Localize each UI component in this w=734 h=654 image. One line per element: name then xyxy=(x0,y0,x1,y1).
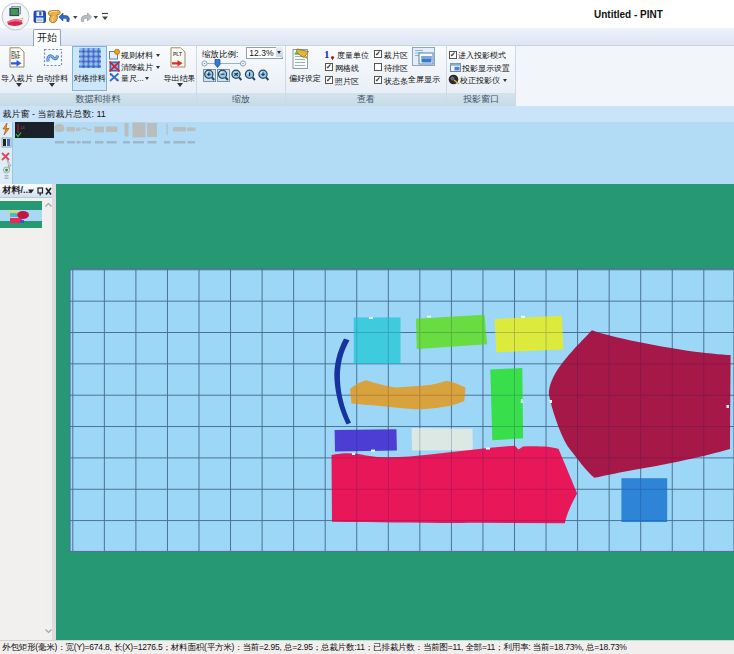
svg-text:1: 1 xyxy=(324,48,330,60)
svg-text:14: 14 xyxy=(20,125,25,130)
